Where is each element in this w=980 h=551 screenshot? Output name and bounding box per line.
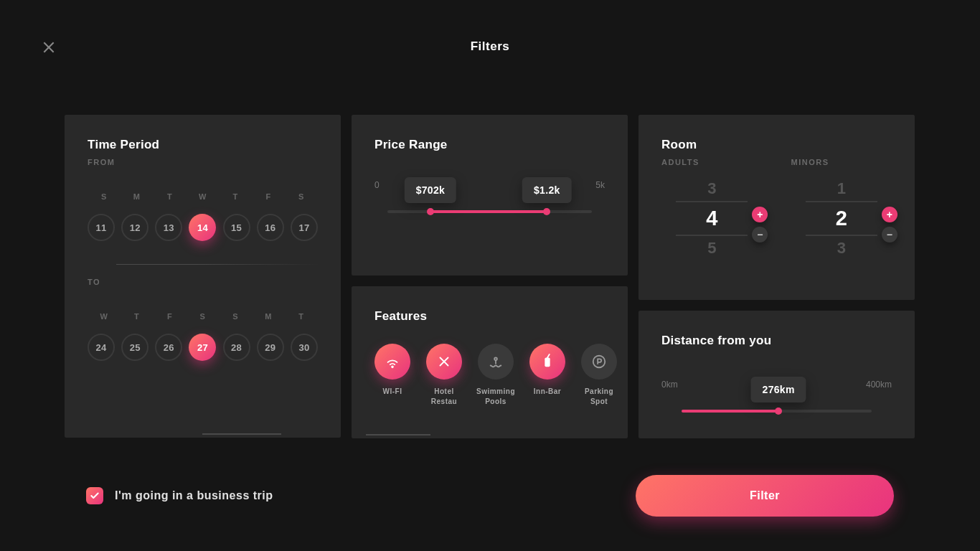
day-of-week: T — [123, 312, 151, 321]
day-of-week: S — [288, 192, 315, 201]
price-high-tooltip: $1.2k — [522, 177, 572, 203]
minors-minus-button[interactable]: − — [882, 227, 897, 242]
calendar-day[interactable]: 25 — [121, 334, 149, 361]
calendar-day[interactable]: 16 — [257, 214, 284, 241]
day-of-week: F — [156, 312, 184, 321]
feature-restaurant-toggle[interactable] — [426, 344, 462, 380]
minors-plus-button[interactable]: + — [882, 207, 897, 222]
price-low-handle[interactable] — [427, 208, 434, 215]
day-of-week: F — [255, 192, 282, 201]
day-of-week: S — [222, 312, 249, 321]
feature-label: Hotel Restau — [423, 387, 466, 406]
minors-next: 3 — [806, 239, 877, 258]
adults-prev: 3 — [676, 179, 748, 198]
room-title: Room — [661, 138, 892, 152]
price-slider-track[interactable]: $702k $1.2k — [387, 210, 592, 213]
drink-icon — [540, 354, 555, 369]
distance-handle[interactable] — [775, 408, 782, 415]
price-min-label: 0 — [374, 180, 380, 190]
pool-icon — [488, 354, 504, 369]
page-title: Filters — [0, 39, 980, 54]
feature-label: Swimming Pools — [474, 387, 517, 406]
adults-next: 5 — [676, 239, 748, 258]
adults-plus-button[interactable]: + — [752, 207, 768, 222]
distance-min-label: 0km — [661, 380, 678, 390]
distance-max-label: 400km — [866, 380, 892, 390]
calendar-day[interactable]: 29 — [257, 334, 284, 361]
price-range-title: Price Range — [374, 138, 605, 152]
divider — [116, 264, 318, 265]
feature-label: Inn-Bar — [526, 387, 569, 397]
feature-label: Parking Spot — [578, 387, 621, 406]
adults-label: ADULTS — [661, 158, 699, 166]
minors-stepper[interactable]: 1 2 3 + − — [806, 179, 877, 258]
price-range-card: Price Range 0 5k $702k $1.2k — [352, 115, 628, 276]
horizontal-scrollbar[interactable] — [202, 433, 281, 435]
feature-label: WI-FI — [371, 387, 414, 397]
feature-wifi-toggle[interactable] — [374, 344, 410, 380]
wifi-icon — [385, 354, 400, 369]
day-of-week: S — [90, 192, 118, 201]
distance-title: Distance from you — [661, 334, 892, 348]
day-of-week: T — [156, 192, 184, 201]
adults-stepper[interactable]: 3 4 5 + − — [676, 179, 748, 258]
day-of-week: W — [90, 312, 118, 321]
price-high-handle[interactable] — [543, 208, 550, 215]
calendar-day[interactable]: 12 — [121, 214, 149, 241]
calendar-day[interactable]: 15 — [223, 214, 250, 241]
calendar-day[interactable]: 13 — [155, 214, 182, 241]
restaurant-icon — [436, 354, 452, 369]
calendar-day[interactable]: 24 — [88, 334, 115, 361]
from-label: FROM — [88, 158, 318, 166]
day-of-week: W — [189, 192, 216, 201]
minors-current: 2 — [806, 201, 877, 236]
parking-icon — [591, 354, 607, 369]
minors-label: MINORS — [791, 158, 829, 166]
day-of-week: S — [189, 312, 216, 321]
features-title: Features — [374, 309, 605, 324]
to-label: TO — [88, 278, 318, 286]
price-low-tooltip: $702k — [405, 177, 456, 203]
calendar-day[interactable]: 11 — [88, 214, 115, 241]
distance-slider-track[interactable]: 276km — [682, 410, 872, 413]
features-card: Features WI-FIHotel RestauSwimming Pools… — [352, 286, 628, 438]
check-icon — [90, 491, 100, 501]
feature-pool-toggle[interactable] — [478, 344, 514, 380]
day-of-week: T — [222, 192, 249, 201]
calendar-day[interactable]: 17 — [291, 214, 318, 241]
minors-prev: 1 — [806, 179, 877, 198]
business-trip-label: I'm going in a business trip — [115, 489, 273, 502]
business-trip-checkbox[interactable] — [86, 487, 103, 504]
calendar-day[interactable]: 27 — [189, 334, 216, 361]
distance-tooltip: 276km — [751, 377, 806, 402]
svg-rect-7 — [545, 358, 550, 367]
feature-parking-toggle[interactable] — [581, 344, 617, 380]
calendar-day[interactable]: 14 — [189, 214, 216, 241]
calendar-day[interactable]: 26 — [155, 334, 182, 361]
time-period-title: Time Period — [88, 138, 318, 152]
room-card: Room ADULTS 3 4 5 + − MINORS — [639, 115, 915, 300]
calendar-day[interactable]: 28 — [223, 334, 250, 361]
day-of-week: T — [288, 312, 315, 321]
svg-line-8 — [547, 354, 550, 358]
adults-minus-button[interactable]: − — [752, 227, 768, 242]
time-period-card: Time Period FROM SMTWTFS 11121314151617 … — [65, 115, 341, 438]
filter-button[interactable]: Filter — [636, 475, 894, 517]
calendar-day[interactable]: 30 — [291, 334, 318, 361]
adults-current: 4 — [676, 201, 748, 236]
horizontal-scrollbar[interactable] — [366, 434, 430, 435]
svg-point-2 — [392, 366, 393, 367]
day-of-week: M — [123, 192, 151, 201]
day-of-week: M — [255, 312, 282, 321]
feature-drink-toggle[interactable] — [529, 344, 565, 380]
distance-card: Distance from you 0km 400km 276km — [639, 311, 915, 438]
price-max-label: 5k — [595, 180, 605, 190]
